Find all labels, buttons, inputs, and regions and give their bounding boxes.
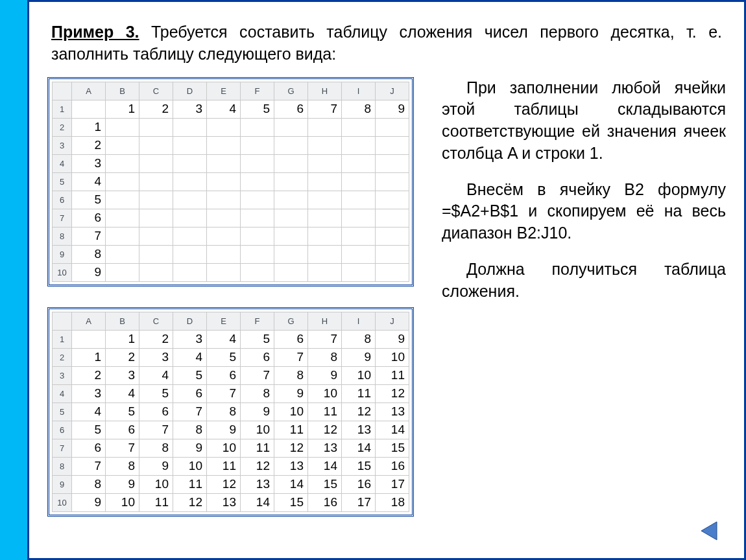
cell: 11 [376,366,409,384]
cell: 13 [241,475,274,493]
cell: 14 [241,493,274,511]
row-header: 9 [53,475,72,493]
cell: 10 [308,384,342,402]
cell [72,100,106,118]
cell: 15 [376,439,409,457]
row-header: 2 [53,118,72,136]
paragraph-3: Должна получиться таблица сложения. [442,259,726,303]
cell: 15 [308,475,342,493]
cell [207,263,241,281]
row-header: 5 [53,172,72,191]
cell: 2 [139,330,173,348]
cell: 10 [376,348,409,366]
cell: 8 [207,402,241,421]
cell [106,245,139,263]
cell: 18 [376,493,409,511]
cell: 11 [241,439,274,457]
cell: 9 [274,384,308,402]
cell [342,209,376,227]
row-header: 10 [53,493,72,511]
cell: 2 [139,100,173,118]
cell [207,172,241,191]
cell: 7 [72,457,106,475]
cell: 4 [106,384,139,402]
cell: 6 [139,402,173,421]
cell: 6 [106,421,139,439]
cell [274,118,308,136]
cell: 8 [173,421,207,439]
cell [274,263,308,281]
cell [241,209,274,227]
col-header: E [207,82,241,100]
cell: 12 [376,384,409,402]
cell: 7 [241,366,274,384]
cell [173,118,207,136]
cell: 3 [173,100,207,118]
cell [274,227,308,245]
col-header: F [241,312,274,330]
cell [376,172,409,191]
col-header: G [274,82,308,100]
cell: 8 [342,330,376,348]
cell [342,136,376,154]
cell: 9 [139,457,173,475]
cell [106,191,139,209]
cell: 4 [207,330,241,348]
cell: 16 [376,457,409,475]
cell [342,154,376,172]
col-header: I [342,82,376,100]
cell: 13 [342,421,376,439]
cell [72,330,106,348]
cell: 14 [274,475,308,493]
cell [308,172,342,191]
col-header: C [139,312,173,330]
cell [207,136,241,154]
cell: 6 [72,209,106,227]
cell: 6 [72,439,106,457]
cell: 11 [342,384,376,402]
col-header: H [308,312,342,330]
cell: 7 [72,227,106,245]
table-filled: ABCDEFGHIJ112345678921234567891032345678… [52,312,409,512]
cell [376,136,409,154]
col-header: H [308,82,342,100]
cell: 7 [308,330,342,348]
cell [139,245,173,263]
cell [241,136,274,154]
cell [342,227,376,245]
accent-bar [0,0,27,560]
cell [139,209,173,227]
table-empty: ABCDEFGHIJ11234567892132435465768798109 [52,82,409,282]
cell: 5 [207,348,241,366]
cell: 9 [72,263,106,281]
cell: 9 [342,348,376,366]
cell: 5 [72,191,106,209]
cell: 5 [241,330,274,348]
cell: 9 [241,402,274,421]
cell: 4 [139,366,173,384]
row-header: 4 [53,384,72,402]
cell: 7 [308,100,342,118]
cell [342,191,376,209]
cell: 11 [139,493,173,511]
cell [308,154,342,172]
cell: 3 [72,384,106,402]
cell [173,263,207,281]
cell: 5 [139,384,173,402]
cell: 9 [376,330,409,348]
cell [241,191,274,209]
cell [207,209,241,227]
col-header: A [72,82,106,100]
cell: 1 [106,100,139,118]
cell [241,118,274,136]
row-header: 4 [53,154,72,172]
cell [376,209,409,227]
spreadsheet-empty: ABCDEFGHIJ11234567892132435465768798109 [47,77,414,286]
cell: 3 [139,348,173,366]
cell [241,154,274,172]
nav-back-button[interactable] [695,517,723,545]
cell: 7 [139,421,173,439]
cell: 6 [274,330,308,348]
cell [308,209,342,227]
col-header: I [342,312,376,330]
